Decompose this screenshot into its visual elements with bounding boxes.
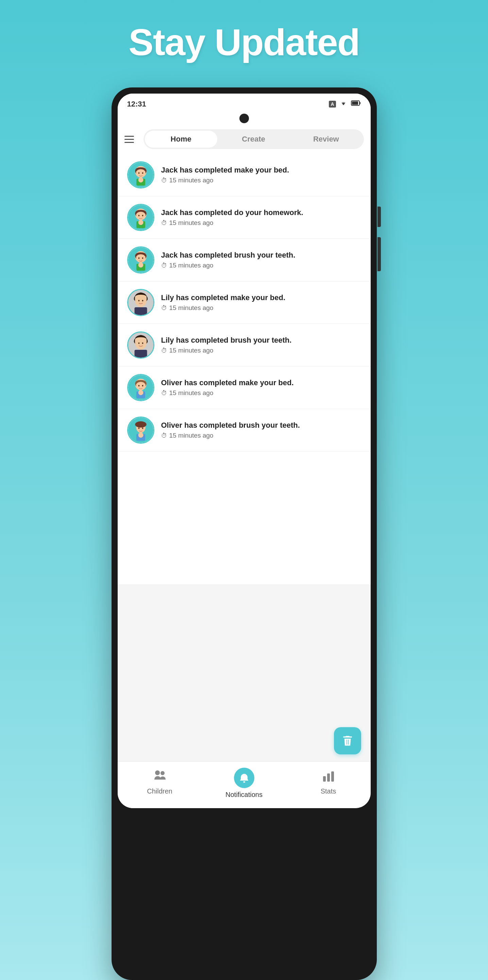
notification-item: Oliver has completed brush your teeth.⏱ … [118, 409, 371, 452]
svg-point-50 [160, 771, 165, 775]
clock-icon: ⏱ [161, 262, 167, 269]
clock-icon: ⏱ [161, 347, 167, 354]
status-time: 12:31 [127, 100, 146, 108]
delete-fab-button[interactable] [334, 727, 361, 754]
tab-review[interactable]: Review [290, 130, 362, 148]
notification-item: Lily has completed brush your teeth.⏱ 15… [118, 324, 371, 366]
svg-point-21 [142, 257, 143, 259]
status-icons: A [329, 100, 361, 108]
status-letter: A [329, 101, 336, 108]
phone-screen: 12:31 A [118, 94, 371, 808]
avatar [127, 289, 154, 316]
bottom-tab-bar: Children Notifications [118, 761, 371, 808]
phone-device: 12:31 A [111, 88, 377, 980]
children-icon [151, 768, 168, 785]
svg-point-20 [138, 257, 139, 259]
camera-bar [118, 112, 371, 126]
svg-point-34 [138, 342, 139, 344]
clock-icon: ⏱ [161, 390, 167, 397]
notification-item: Oliver has completed make your bed.⏱ 15 … [118, 366, 371, 409]
bottom-tab-children[interactable]: Children [118, 768, 202, 799]
svg-point-28 [138, 300, 139, 301]
notification-text-block: Oliver has completed brush your teeth.⏱ … [161, 421, 361, 439]
tab-home[interactable]: Home [145, 130, 217, 148]
svg-point-44 [135, 421, 146, 428]
stats-tab-label: Stats [321, 788, 336, 795]
svg-rect-53 [327, 773, 330, 782]
bottom-tab-notifications[interactable]: Notifications [202, 768, 286, 799]
avatar [127, 247, 154, 274]
svg-rect-52 [323, 776, 326, 782]
clock-icon: ⏱ [161, 432, 167, 439]
notification-text-block: Lily has completed make your bed.⏱ 15 mi… [161, 293, 361, 312]
svg-point-46 [142, 427, 143, 429]
notification-time: ⏱ 15 minutes ago [161, 389, 361, 397]
notification-time: ⏱ 15 minutes ago [161, 177, 361, 184]
svg-rect-2 [352, 102, 358, 105]
notification-time: ⏱ 15 minutes ago [161, 347, 361, 354]
clock-icon: ⏱ [161, 220, 167, 227]
svg-point-48 [138, 433, 143, 438]
svg-point-51 [243, 781, 245, 783]
notification-text-block: Oliver has completed make your bed.⏱ 15 … [161, 379, 361, 397]
svg-point-35 [142, 342, 143, 344]
stats-icon [320, 768, 337, 785]
svg-rect-54 [331, 772, 334, 782]
fab-area [118, 721, 371, 761]
battery-icon [351, 100, 361, 108]
clock-icon: ⏱ [161, 305, 167, 312]
notification-time: ⏱ 15 minutes ago [161, 304, 361, 312]
bottom-tab-stats[interactable]: Stats [286, 768, 371, 799]
notification-title: Oliver has completed make your bed. [161, 379, 361, 387]
notification-item: Jack has completed make your bed.⏱ 15 mi… [118, 154, 371, 196]
svg-point-45 [138, 427, 139, 429]
avatar [127, 161, 154, 189]
empty-content-area [118, 584, 371, 721]
notifications-icon [234, 768, 254, 788]
notification-title: Jack has completed brush your teeth. [161, 251, 361, 259]
notification-time: ⏱ 15 minutes ago [161, 262, 361, 269]
notification-text-block: Jack has completed brush your teeth.⏱ 15… [161, 251, 361, 269]
notification-title: Lily has completed brush your teeth. [161, 336, 361, 345]
avatar [127, 374, 154, 401]
notification-title: Jack has completed make your bed. [161, 166, 361, 175]
tab-create[interactable]: Create [217, 130, 290, 148]
svg-point-16 [138, 220, 143, 225]
notification-text-block: Jack has completed do your homework.⏱ 15… [161, 208, 361, 227]
svg-point-49 [155, 770, 160, 775]
avatar [127, 204, 154, 231]
avatar [127, 417, 154, 444]
notification-item: Jack has completed do your homework.⏱ 15… [118, 196, 371, 239]
svg-rect-33 [134, 350, 147, 358]
svg-point-13 [138, 215, 139, 216]
svg-point-7 [142, 172, 143, 174]
svg-point-6 [138, 172, 139, 174]
svg-rect-27 [134, 307, 147, 315]
tabs-container: Home Create Review [144, 129, 364, 149]
svg-point-9 [138, 177, 143, 182]
camera-dot [239, 114, 249, 123]
avatar [127, 331, 154, 359]
notification-item: Lily has completed make your bed.⏱ 15 mi… [118, 282, 371, 324]
notification-item: Jack has completed brush your teeth.⏱ 15… [118, 239, 371, 282]
wifi-icon [339, 100, 348, 108]
svg-point-23 [138, 262, 143, 267]
notification-time: ⏱ 15 minutes ago [161, 432, 361, 439]
svg-point-29 [142, 300, 143, 301]
phone-button-right [377, 207, 381, 227]
notification-text-block: Jack has completed make your bed.⏱ 15 mi… [161, 166, 361, 184]
svg-point-14 [142, 215, 143, 216]
phone-button-right-2 [377, 237, 381, 271]
notification-title: Oliver has completed brush your teeth. [161, 421, 361, 430]
nav-tabs: Home Create Review [118, 126, 371, 154]
status-bar: 12:31 A [118, 94, 371, 112]
svg-point-40 [142, 385, 143, 387]
notification-list: Jack has completed make your bed.⏱ 15 mi… [118, 154, 371, 584]
hamburger-button[interactable] [124, 133, 137, 145]
svg-point-39 [138, 385, 139, 387]
clock-icon: ⏱ [161, 177, 167, 184]
notification-time: ⏱ 15 minutes ago [161, 219, 361, 227]
children-tab-label: Children [147, 788, 172, 795]
notification-text-block: Lily has completed brush your teeth.⏱ 15… [161, 336, 361, 354]
notification-title: Jack has completed do your homework. [161, 208, 361, 217]
